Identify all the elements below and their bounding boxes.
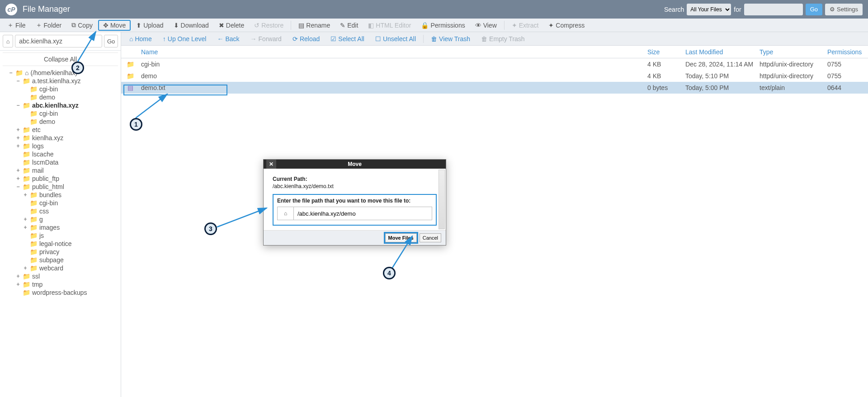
- up-one-level-button[interactable]: ↑Up One Level: [158, 34, 211, 44]
- search-label: Search: [664, 6, 684, 13]
- tree-node[interactable]: 📁cgi-bin: [2, 109, 119, 118]
- select-all-button[interactable]: ☑Select All: [326, 34, 369, 44]
- tree-node[interactable]: +📁webcard: [2, 264, 119, 272]
- close-icon[interactable]: ✕: [266, 160, 276, 169]
- move-icon: ✥: [103, 22, 108, 29]
- tree-node[interactable]: 📁cgi-bin: [2, 85, 119, 93]
- delete-icon: ✖: [219, 22, 224, 29]
- rename-icon: ▤: [298, 22, 304, 29]
- extract-button[interactable]: ✦Extract: [507, 20, 543, 31]
- upload-button[interactable]: ⬆Upload: [132, 20, 168, 31]
- search-input[interactable]: [744, 4, 803, 15]
- rename-button[interactable]: ▤Rename: [294, 20, 335, 31]
- tree-node[interactable]: 📁demo: [2, 118, 119, 126]
- forward-icon: →: [250, 35, 257, 43]
- view-trash-button[interactable]: 🗑View Trash: [426, 34, 475, 44]
- tree-node[interactable]: +📁g: [2, 215, 119, 223]
- home-button[interactable]: ⌂Home: [125, 34, 156, 44]
- unselect-all-button[interactable]: ☐Unselect All: [371, 34, 420, 44]
- file-button[interactable]: ＋File: [3, 19, 30, 31]
- unselect-icon: ☐: [375, 35, 381, 43]
- col-name[interactable]: Name: [139, 48, 647, 56]
- current-path-value: /abc.kienlha.xyz/demo.txt: [273, 183, 437, 189]
- table-row[interactable]: 📁demo4 KBToday, 5:10 PMhttpd/unix-direct…: [121, 70, 868, 82]
- dialog-titlebar[interactable]: ✕ Move: [264, 160, 446, 169]
- tree-node[interactable]: +📁bundles: [2, 191, 119, 199]
- cancel-button[interactable]: Cancel: [420, 233, 441, 242]
- cpanel-icon: cP: [5, 4, 17, 15]
- tree-node[interactable]: +📁etc: [2, 126, 119, 134]
- html-editor-button[interactable]: ◧HTML Editor: [363, 20, 415, 31]
- download-button[interactable]: ⬇Download: [169, 20, 213, 31]
- search-scope-select[interactable]: All Your Files: [687, 4, 731, 15]
- tree-node[interactable]: 📁privacy: [2, 248, 119, 256]
- search-go-button[interactable]: Go: [806, 4, 822, 15]
- lock-icon: 🔒: [421, 22, 429, 29]
- tree-node[interactable]: 📁wordpress-backups: [2, 288, 119, 297]
- tree-node[interactable]: +📁mail: [2, 166, 119, 175]
- move-button[interactable]: ✥Move: [98, 20, 131, 31]
- file-size: 0 bytes: [647, 84, 685, 91]
- tree-node[interactable]: 📁cgi-bin: [2, 199, 119, 207]
- permissions-button[interactable]: 🔒Permissions: [416, 20, 469, 31]
- file-size: 4 KB: [647, 72, 685, 80]
- tree-node[interactable]: −📁public_html: [2, 183, 119, 191]
- dialog-home-button[interactable]: ⌂: [277, 207, 293, 220]
- file-permissions: 0755: [827, 72, 868, 80]
- copy-button[interactable]: ⧉Copy: [67, 19, 97, 31]
- compress-icon: ✦: [548, 22, 554, 29]
- table-header: Name Size Last Modified Type Permissions: [121, 46, 868, 58]
- tree-node[interactable]: +📁images: [2, 223, 119, 232]
- empty-trash-button[interactable]: 🗑Empty Trash: [476, 34, 529, 44]
- edit-button[interactable]: ✎Edit: [335, 20, 363, 31]
- annotation-marker-4: 4: [383, 267, 396, 279]
- tree-node[interactable]: +📁kienlha.xyz: [2, 134, 119, 142]
- tree-root[interactable]: −📁⌂(/home/kienlhax): [2, 69, 119, 77]
- tree-node[interactable]: 📁js: [2, 232, 119, 240]
- table-row[interactable]: 📁cgi-bin4 KBDec 28, 2024, 11:14 AMhttpd/…: [121, 58, 868, 70]
- tree-node[interactable]: −📁a.test.kienlha.xyz: [2, 77, 119, 85]
- target-path-input[interactable]: [293, 207, 432, 220]
- file-permissions: 0755: [827, 61, 868, 68]
- col-type[interactable]: Type: [760, 48, 827, 56]
- tree-node[interactable]: 📁legal-notice: [2, 240, 119, 248]
- tree-node[interactable]: +📁ssl: [2, 272, 119, 280]
- folder-icon: 📁: [121, 61, 139, 68]
- sidebar-home-button[interactable]: ⌂: [3, 35, 13, 47]
- delete-button[interactable]: ✖Delete: [214, 20, 249, 31]
- tree-node[interactable]: +📁public_ftp: [2, 175, 119, 183]
- back-button[interactable]: ←Back: [212, 34, 244, 44]
- scrollbar[interactable]: [439, 170, 445, 229]
- col-modified[interactable]: Last Modified: [685, 48, 760, 56]
- annotation-marker-2: 2: [71, 61, 84, 74]
- file-name: demo.txt: [139, 84, 647, 91]
- forward-button[interactable]: →Forward: [246, 34, 286, 44]
- tree-node[interactable]: 📁css: [2, 207, 119, 215]
- view-button[interactable]: 👁View: [471, 20, 501, 31]
- folder-button[interactable]: ＋Folder: [31, 19, 66, 31]
- path-input[interactable]: [15, 35, 102, 47]
- tree-node-current[interactable]: −📁abc.kienlha.xyz: [2, 101, 119, 109]
- dialog-title: Move: [348, 161, 362, 167]
- tree-node[interactable]: 📁lscache: [2, 150, 119, 158]
- settings-button[interactable]: ⚙Settings: [825, 4, 863, 15]
- col-permissions[interactable]: Permissions: [827, 48, 868, 56]
- tree-node[interactable]: +📁tmp: [2, 280, 119, 288]
- annotation-marker-1: 1: [130, 118, 142, 131]
- file-icon: ▤: [121, 84, 139, 91]
- navigation-bar: ⌂Home ↑Up One Level ←Back →Forward ⟳Relo…: [121, 32, 868, 46]
- restore-button[interactable]: ↺Restore: [250, 20, 288, 31]
- collapse-all-button[interactable]: Collapse All: [3, 52, 118, 66]
- compress-button[interactable]: ✦Compress: [544, 20, 589, 31]
- col-size[interactable]: Size: [647, 48, 685, 56]
- app-title: File Manager: [23, 5, 70, 14]
- extract-icon: ✦: [512, 22, 517, 29]
- path-go-button[interactable]: Go: [104, 35, 118, 47]
- table-row[interactable]: ▤demo.txt0 bytesToday, 5:00 PMtext/plain…: [121, 82, 868, 94]
- move-files-button[interactable]: Move Files: [385, 233, 417, 242]
- tree-node[interactable]: 📁subpage: [2, 256, 119, 264]
- tree-node[interactable]: 📁lscmData: [2, 158, 119, 166]
- reload-button[interactable]: ⟳Reload: [288, 34, 324, 44]
- tree-node[interactable]: +📁logs: [2, 142, 119, 150]
- tree-node[interactable]: 📁demo: [2, 93, 119, 101]
